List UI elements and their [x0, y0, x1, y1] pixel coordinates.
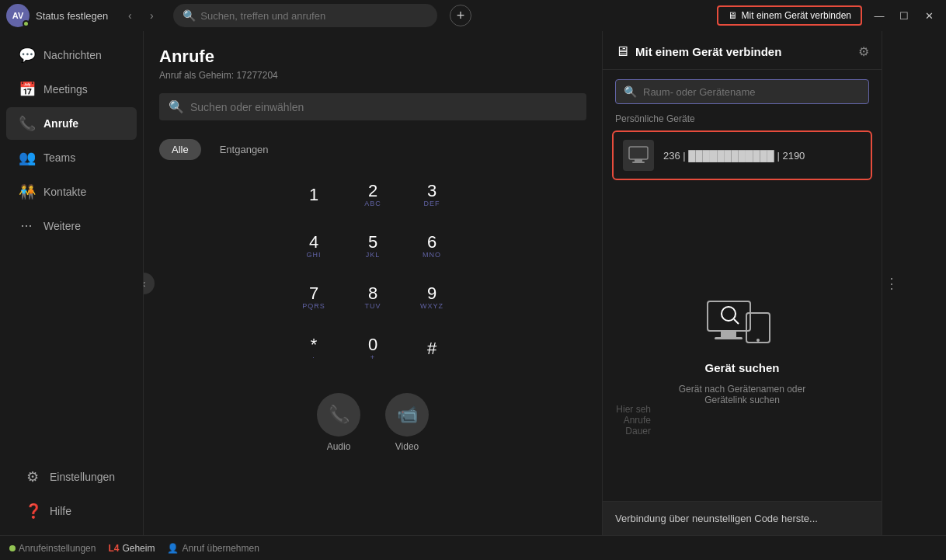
- dial-key-9[interactable]: 9WXYZ: [409, 278, 455, 317]
- calendar-icon: 📅: [19, 81, 34, 98]
- dial-key-7[interactable]: 7PQRS: [290, 278, 337, 317]
- dial-key-8[interactable]: 8TUV: [350, 278, 396, 317]
- svg-rect-1: [635, 159, 642, 162]
- sidebar-item-hilfe[interactable]: ❓ Hilfe: [12, 495, 130, 527]
- sidebar-item-label: Anrufe: [43, 117, 78, 130]
- add-button[interactable]: +: [450, 5, 471, 26]
- svg-rect-4: [721, 331, 736, 337]
- call-settings-dot: [9, 545, 16, 551]
- dial-key-6[interactable]: 6MNO: [409, 227, 455, 266]
- cp-title: Mit einem Gerät verbinden: [635, 45, 852, 58]
- audio-call-button[interactable]: 📞: [317, 393, 360, 437]
- dial-key-0[interactable]: 0+: [350, 329, 396, 368]
- settings-icon: ⚙: [25, 468, 40, 485]
- sidebar: 💬 Nachrichten 📅 Meetings 📞 Anrufe 👥 Team…: [0, 31, 144, 535]
- cp-code-connect[interactable]: Verbindung über neunstelligen Code herst…: [603, 501, 882, 535]
- cp-section-label: Persönliche Geräte: [603, 113, 882, 130]
- l4-item[interactable]: L4 Geheim: [108, 543, 155, 554]
- takeover-icon: 👤: [167, 543, 179, 554]
- connect-panel: 🖥 Mit einem Gerät verbinden ⚙ 🔍 Persönli…: [602, 31, 882, 535]
- search-dial-bar: 🔍: [159, 93, 586, 120]
- content-area: ‹ Anrufe Anruf als Geheim: 17277204 🔍 Al…: [144, 31, 946, 535]
- sidebar-item-teams[interactable]: 👥 Teams: [6, 141, 137, 174]
- search-dial-icon: 🔍: [169, 99, 184, 114]
- contacts-icon: 🧑‍🤝‍🧑: [19, 183, 34, 200]
- search-input[interactable]: [200, 10, 428, 22]
- sidebar-item-nachrichten[interactable]: 💬 Nachrichten: [6, 39, 137, 71]
- dial-key-1[interactable]: 1: [290, 176, 337, 214]
- chat-icon: 💬: [19, 47, 34, 64]
- sidebar-item-label: Weitere: [43, 220, 81, 232]
- sidebar-item-weitere[interactable]: ··· Weitere: [6, 210, 137, 242]
- cp-search-bar: 🔍: [615, 79, 869, 104]
- tab-all[interactable]: Alle: [159, 139, 201, 160]
- cp-search-input[interactable]: [643, 86, 861, 98]
- dial-pad: 12ABC3DEF4GHI5JKL6MNO7PQRS8TUV9WXYZ*·0+#: [290, 176, 455, 368]
- geheim-label: Geheim: [122, 543, 155, 554]
- call-settings-item[interactable]: Anrufeinstellungen: [9, 543, 96, 554]
- sidebar-item-label: Nachrichten: [43, 49, 102, 61]
- device-item[interactable]: 236 | ████████████ | 2190: [612, 130, 872, 180]
- cp-search-desc: Gerät nach Gerätenamen oder Gerätelink s…: [657, 384, 828, 405]
- dial-key-*[interactable]: *·: [290, 329, 337, 368]
- gear-icon[interactable]: ⚙: [858, 44, 869, 59]
- video-call-wrap: 📹 Video: [385, 393, 429, 452]
- panel-toggle-icon: ⋮: [885, 275, 899, 292]
- nav-bottom: ⚙ Einstellungen ❓ Hilfe: [0, 453, 143, 535]
- svg-rect-5: [715, 337, 743, 339]
- audio-call-wrap: 📞 Audio: [317, 393, 360, 452]
- dial-key-4[interactable]: 4GHI: [290, 227, 337, 266]
- forward-button[interactable]: ›: [142, 6, 161, 25]
- dial-key-5[interactable]: 5JKL: [350, 227, 396, 266]
- cp-search-illustration: Gerät suchen Gerät nach Gerätenamen oder…: [603, 190, 882, 501]
- sidebar-item-label: Hilfe: [50, 505, 71, 517]
- tab-missed[interactable]: Entgangen: [207, 139, 281, 160]
- status-label[interactable]: Status festlegen: [36, 10, 108, 22]
- cp-header: 🖥 Mit einem Gerät verbinden ⚙: [603, 31, 882, 70]
- takeover-item[interactable]: 👤 Anruf übernehmen: [167, 543, 259, 554]
- sidebar-item-label: Teams: [43, 151, 75, 164]
- calls-title: Anrufe: [159, 47, 586, 67]
- search-dial-input[interactable]: [190, 101, 577, 113]
- dial-key-#[interactable]: #: [409, 329, 455, 368]
- sidebar-item-einstellungen[interactable]: ⚙ Einstellungen: [12, 461, 130, 493]
- svg-rect-0: [629, 147, 648, 159]
- video-call-button[interactable]: 📹: [385, 393, 429, 437]
- cp-search-icon: 🔍: [624, 85, 637, 98]
- phone-icon: 📞: [19, 115, 34, 132]
- dial-key-3[interactable]: 3DEF: [409, 176, 455, 214]
- minimize-button[interactable]: —: [868, 5, 890, 26]
- cp-search-title: Gerät suchen: [705, 361, 780, 374]
- sidebar-item-anrufe[interactable]: 📞 Anrufe: [6, 107, 137, 140]
- calls-panel: Anrufe Anruf als Geheim: 17277204 🔍 Alle…: [144, 31, 602, 535]
- svg-point-8: [722, 307, 736, 321]
- sidebar-item-label: Kontakte: [43, 186, 86, 198]
- calls-subtitle: Anruf als Geheim: 17277204: [159, 70, 586, 81]
- maximize-button[interactable]: ☐: [893, 5, 915, 26]
- filter-tabs: Alle Entgangen: [159, 139, 586, 160]
- help-icon: ❓: [25, 503, 40, 520]
- search-device-illustration: [704, 286, 781, 352]
- audio-label: Audio: [327, 441, 351, 452]
- search-bar: 🔍: [173, 4, 437, 27]
- window-controls: — ☐ ✕: [868, 5, 940, 26]
- svg-line-9: [734, 319, 739, 324]
- right-panel-toggle[interactable]: ⋮: [882, 31, 900, 535]
- back-button[interactable]: ‹: [120, 6, 139, 25]
- video-label: Video: [395, 441, 419, 452]
- avatar[interactable]: AV: [6, 4, 30, 27]
- titlebar: AV Status festlegen ‹ › 🔍 + 🖥 Mit einem …: [0, 0, 946, 31]
- nav-items: 💬 Nachrichten 📅 Meetings 📞 Anrufe 👥 Team…: [0, 31, 143, 453]
- close-button[interactable]: ✕: [918, 5, 940, 26]
- dial-key-2[interactable]: 2ABC: [350, 176, 396, 214]
- sidebar-item-meetings[interactable]: 📅 Meetings: [6, 73, 137, 106]
- monitor-panel-icon: 🖥: [615, 43, 629, 60]
- svg-rect-3: [708, 301, 750, 331]
- teams-icon: 👥: [19, 149, 34, 166]
- sidebar-item-kontakte[interactable]: 🧑‍🤝‍🧑 Kontakte: [6, 176, 137, 208]
- svg-rect-2: [632, 162, 645, 163]
- more-icon: ···: [19, 217, 34, 234]
- connect-device-button[interactable]: 🖥 Mit einem Gerät verbinden: [717, 5, 862, 26]
- status-dot: [23, 20, 30, 27]
- takeover-label: Anruf übernehmen: [182, 543, 259, 554]
